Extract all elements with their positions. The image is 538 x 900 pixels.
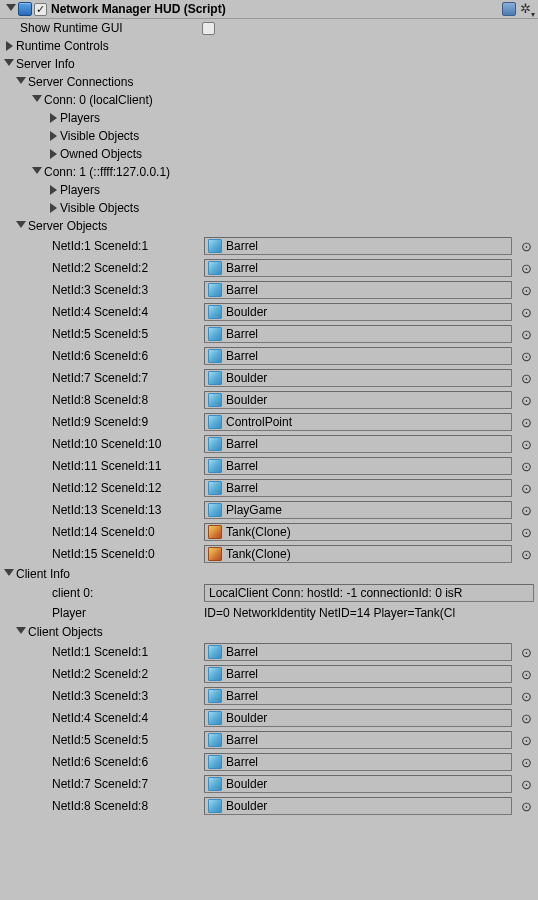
object-picker-icon[interactable]	[518, 710, 534, 726]
component-header: Network Manager HUD (Script) ✲▾	[0, 0, 538, 19]
serverInfo-object-name: Barrel	[226, 349, 258, 363]
clientInfo-object-field[interactable]: Boulder	[204, 709, 512, 727]
foldout-runtime-controls[interactable]: Runtime Controls	[0, 37, 538, 55]
cube-icon	[208, 711, 222, 725]
clientInfo-object-field[interactable]: Barrel	[204, 665, 512, 683]
serverInfo-object-field[interactable]: Barrel	[204, 479, 512, 497]
clientInfo-object-field[interactable]: Boulder	[204, 797, 512, 815]
object-picker-icon[interactable]	[518, 754, 534, 770]
label-conn0-owned: Owned Objects	[60, 147, 142, 161]
serverInfo-object-field[interactable]: Boulder	[204, 391, 512, 409]
object-picker-icon[interactable]	[518, 666, 534, 682]
serverInfo-object-field[interactable]: Barrel	[204, 281, 512, 299]
checkbox-show-runtime-gui[interactable]	[202, 22, 215, 35]
clientInfo-label: NetId:2 SceneId:2	[0, 667, 204, 681]
serverInfo-label: NetId:9 SceneId:9	[0, 415, 204, 429]
clientInfo-object-field[interactable]: Boulder	[204, 775, 512, 793]
object-picker-icon[interactable]	[518, 370, 534, 386]
chevron-right-icon	[48, 185, 58, 195]
clientInfo-object-name: Barrel	[226, 667, 258, 681]
serverInfo-object-field[interactable]: Barrel	[204, 347, 512, 365]
object-picker-icon[interactable]	[518, 436, 534, 452]
serverInfo-object-field[interactable]: Tank(Clone)	[204, 545, 512, 563]
component-enable-checkbox[interactable]	[34, 3, 47, 16]
component-foldout[interactable]	[4, 4, 14, 14]
foldout-conn0-visible[interactable]: Visible Objects	[0, 127, 538, 145]
object-picker-icon[interactable]	[518, 238, 534, 254]
object-picker-icon[interactable]	[518, 644, 534, 660]
serverInfo-row: NetId:9 SceneId:9ControlPoint	[0, 411, 538, 433]
serverInfo-object-name: Boulder	[226, 393, 267, 407]
foldout-conn1-visible[interactable]: Visible Objects	[0, 199, 538, 217]
field-client-0[interactable]: LocalClient Conn: hostId: -1 connectionI…	[204, 584, 534, 602]
object-picker-icon[interactable]	[518, 392, 534, 408]
object-picker-icon[interactable]	[518, 304, 534, 320]
clientInfo-object-field[interactable]: Barrel	[204, 731, 512, 749]
serverInfo-label: NetId:2 SceneId:2	[0, 261, 204, 275]
label-client-objects: Client Objects	[28, 625, 103, 639]
foldout-conn0-players[interactable]: Players	[0, 109, 538, 127]
clientInfo-object-field[interactable]: Barrel	[204, 687, 512, 705]
serverInfo-object-field[interactable]: Barrel	[204, 435, 512, 453]
object-picker-icon[interactable]	[518, 502, 534, 518]
object-picker-icon[interactable]	[518, 414, 534, 430]
serverInfo-label: NetId:4 SceneId:4	[0, 305, 204, 319]
clientInfo-label: NetId:7 SceneId:7	[0, 777, 204, 791]
property-row-show-runtime-gui: Show Runtime GUI	[0, 19, 538, 37]
serverInfo-row: NetId:8 SceneId:8Boulder	[0, 389, 538, 411]
foldout-server-info[interactable]: Server Info	[0, 55, 538, 73]
serverInfo-object-field[interactable]: Barrel	[204, 237, 512, 255]
label-server-connections: Server Connections	[28, 75, 133, 89]
object-picker-icon[interactable]	[518, 326, 534, 342]
clientInfo-object-name: Barrel	[226, 645, 258, 659]
foldout-client-info[interactable]: Client Info	[0, 565, 538, 583]
foldout-client-objects[interactable]: Client Objects	[0, 623, 538, 641]
serverInfo-object-field[interactable]: ControlPoint	[204, 413, 512, 431]
serverInfo-label: NetId:11 SceneId:11	[0, 459, 204, 473]
cube-icon	[208, 371, 222, 385]
cube-icon	[208, 459, 222, 473]
foldout-conn-1[interactable]: Conn: 1 (::ffff:127.0.0.1)	[0, 163, 538, 181]
serverInfo-object-name: Tank(Clone)	[226, 547, 291, 561]
foldout-server-connections[interactable]: Server Connections	[0, 73, 538, 91]
help-icon[interactable]	[502, 2, 516, 16]
object-picker-icon[interactable]	[518, 524, 534, 540]
cube-icon	[208, 349, 222, 363]
serverInfo-object-field[interactable]: PlayGame	[204, 501, 512, 519]
clientInfo-object-field[interactable]: Barrel	[204, 753, 512, 771]
serverInfo-object-name: PlayGame	[226, 503, 282, 517]
chevron-down-icon	[4, 569, 14, 579]
label-conn-0: Conn: 0 (localClient)	[44, 93, 153, 107]
clientInfo-object-field[interactable]: Barrel	[204, 643, 512, 661]
serverInfo-row: NetId:7 SceneId:7Boulder	[0, 367, 538, 389]
foldout-conn1-players[interactable]: Players	[0, 181, 538, 199]
object-picker-icon[interactable]	[518, 546, 534, 562]
object-picker-icon[interactable]	[518, 776, 534, 792]
clientInfo-label: NetId:5 SceneId:5	[0, 733, 204, 747]
serverInfo-object-field[interactable]: Boulder	[204, 369, 512, 387]
clientInfo-row: NetId:3 SceneId:3Barrel	[0, 685, 538, 707]
object-picker-icon[interactable]	[518, 480, 534, 496]
foldout-conn-0[interactable]: Conn: 0 (localClient)	[0, 91, 538, 109]
object-picker-icon[interactable]	[518, 798, 534, 814]
chevron-down-icon	[32, 167, 42, 177]
clientInfo-object-name: Barrel	[226, 689, 258, 703]
row-client-0: client 0: LocalClient Conn: hostId: -1 c…	[0, 583, 538, 603]
serverInfo-object-field[interactable]: Barrel	[204, 457, 512, 475]
serverInfo-object-field[interactable]: Barrel	[204, 259, 512, 277]
object-picker-icon[interactable]	[518, 458, 534, 474]
serverInfo-object-field[interactable]: Barrel	[204, 325, 512, 343]
object-picker-icon[interactable]	[518, 688, 534, 704]
object-picker-icon[interactable]	[518, 348, 534, 364]
cube-icon	[208, 283, 222, 297]
object-picker-icon[interactable]	[518, 282, 534, 298]
gear-icon[interactable]: ✲▾	[520, 2, 534, 16]
object-picker-icon[interactable]	[518, 732, 534, 748]
serverInfo-object-field[interactable]: Tank(Clone)	[204, 523, 512, 541]
serverInfo-row: NetId:5 SceneId:5Barrel	[0, 323, 538, 345]
label-client-0: client 0:	[0, 586, 204, 600]
object-picker-icon[interactable]	[518, 260, 534, 276]
serverInfo-object-field[interactable]: Boulder	[204, 303, 512, 321]
foldout-server-objects[interactable]: Server Objects	[0, 217, 538, 235]
foldout-conn0-owned[interactable]: Owned Objects	[0, 145, 538, 163]
